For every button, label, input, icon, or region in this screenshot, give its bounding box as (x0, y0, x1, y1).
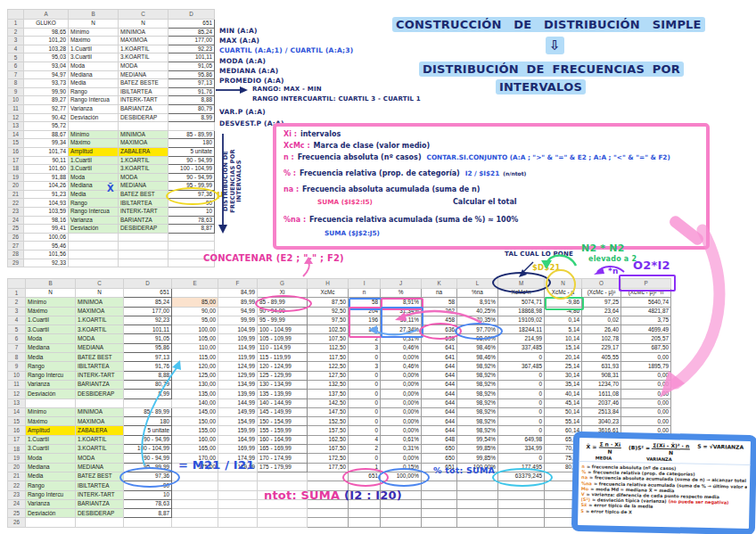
cell-J15[interactable]: 0,00% (381, 417, 422, 426)
cell-H16[interactable]: 157,50 (308, 426, 349, 435)
cell-P6[interactable]: 205,57 (621, 334, 671, 343)
cell-C16[interactable]: ZABALERA (76, 426, 124, 435)
row-header-9[interactable]: 9 (8, 87, 24, 96)
row-header2-23[interactable]: 23 (8, 490, 26, 499)
cell-H21[interactable] (308, 472, 349, 481)
column-header2-M[interactable]: M (498, 279, 545, 289)
cell-E21[interactable] (172, 472, 218, 481)
cell-J5[interactable]: 27,34% (381, 325, 422, 334)
cell-G2[interactable]: 85 - 89,99 (258, 298, 308, 307)
cell-B19[interactable]: Moda (26, 454, 76, 463)
cell-E13[interactable]: 140,00 (172, 398, 218, 407)
row-header2-9[interactable]: 9 (8, 362, 26, 371)
row-header-7[interactable]: 7 (8, 70, 24, 79)
row-header-18[interactable]: 18 (8, 165, 24, 174)
cell-L8[interactable]: 98,46% (457, 353, 498, 362)
cell-L10[interactable]: 98,92% (457, 371, 498, 380)
cell-N11[interactable]: 35,14 (545, 380, 582, 389)
cell-I4[interactable]: 196 (349, 316, 381, 325)
cell-K13[interactable]: 644 (422, 398, 457, 407)
row-header2-20[interactable]: 20 (8, 463, 26, 472)
cell-K8[interactable]: 641 (422, 353, 457, 362)
cell-G6[interactable]: 105 - 109,99 (258, 334, 308, 343)
column-header2-O[interactable]: O (582, 279, 621, 289)
cell-D19[interactable]: 90 - 94,99 (168, 173, 215, 182)
cell-H12[interactable]: 137,50 (308, 390, 349, 398)
cell-M20[interactable]: 177,495 (498, 463, 545, 472)
row-header2-8[interactable]: 8 (8, 353, 26, 362)
cell-L23[interactable] (457, 490, 498, 499)
cell-D20[interactable]: 95 - 99,99 (124, 463, 172, 472)
cell-F9[interactable]: 124,99 (218, 362, 258, 371)
cell-E18[interactable]: 165,00 (172, 445, 218, 454)
cell-D5[interactable]: 101,11 (124, 325, 172, 334)
row-header-10[interactable]: 10 (8, 96, 24, 105)
cell-A9[interactable]: 99,90 (24, 87, 69, 96)
cell-D20[interactable]: 95 - 99,99 (168, 182, 215, 191)
sheet2-corner[interactable] (8, 279, 26, 289)
cell-B15[interactable]: Máximo (69, 139, 119, 148)
cell-D15[interactable]: 180 (168, 139, 215, 148)
cell-F23[interactable] (218, 490, 258, 499)
cell-J2[interactable]: 8,91% (381, 298, 422, 307)
cell-F4[interactable]: 99,99 (218, 316, 258, 325)
row-header2-11[interactable]: 11 (8, 380, 26, 389)
cell-L19[interactable]: 99,85% (457, 454, 498, 463)
row-header-2[interactable]: 2 (8, 28, 24, 37)
cell-A15[interactable]: 99,34 (24, 139, 69, 148)
cell-E15[interactable]: 150,00 (172, 417, 218, 426)
cell-J10[interactable]: 0,00% (381, 371, 422, 380)
cell-M12[interactable]: 0 (498, 390, 545, 398)
cell-B24[interactable]: Varianza (69, 216, 119, 225)
cell-A18[interactable]: 101,60 (24, 165, 69, 174)
cell-B6[interactable]: Moda (69, 62, 119, 70)
cell-M9[interactable]: 367,485 (498, 362, 545, 371)
cell-M10[interactable]: 0 (498, 371, 545, 380)
cell-C13[interactable] (76, 398, 124, 407)
cell-D23[interactable]: 10 (124, 490, 172, 499)
cell-C1[interactable]: N (119, 20, 168, 29)
cell-N1[interactable]: XcMc - µ (545, 289, 582, 298)
cell-K3[interactable]: 262 (422, 307, 457, 316)
cell-C22[interactable]: IBILTARTEA (119, 199, 168, 208)
cell-B10[interactable]: Rango Intercua (69, 96, 119, 105)
row-header2-24[interactable]: 24 (8, 499, 26, 508)
cell-D14[interactable]: 85 - 89,99 (168, 130, 215, 139)
cell-A26[interactable]: 100,06 (24, 233, 69, 242)
cell-F17[interactable]: 164,99 (218, 435, 258, 444)
cell-N8[interactable]: 20,14 (545, 353, 582, 362)
row-header2-18[interactable]: 18 (8, 445, 26, 454)
cell-I6[interactable]: 2 (349, 334, 381, 343)
cell-D24[interactable]: 78,63 (124, 499, 172, 508)
cell-I19[interactable]: 0 (349, 454, 381, 463)
cell-F24[interactable] (218, 499, 258, 508)
row-header2-13[interactable]: 13 (8, 398, 26, 407)
cell-E9[interactable]: 120,00 (172, 362, 218, 371)
cell-K6[interactable]: 638 (422, 334, 457, 343)
row-header-14[interactable]: 14 (8, 130, 24, 139)
row-header-26[interactable]: 26 (8, 233, 24, 242)
cell-A14[interactable]: 88,67 (24, 130, 69, 139)
cell-H3[interactable]: 92,50 (308, 307, 349, 316)
cell-B17[interactable]: 1.Cuartil (69, 156, 119, 165)
column-header2-E[interactable]: E (172, 279, 218, 289)
cell-B12[interactable]: Desviación (26, 390, 76, 398)
column-header2-J[interactable]: J (381, 279, 422, 289)
cell-C2[interactable]: MINIMOA (76, 298, 124, 307)
cell-J19[interactable]: 0,00% (381, 454, 422, 463)
cell-B8[interactable]: Media (26, 353, 76, 362)
cell-B14[interactable]: Mínimo (26, 407, 76, 416)
cell-C10[interactable]: INTERK-TART (119, 96, 168, 105)
cell-F12[interactable]: 139,99 (218, 390, 258, 398)
cell-E1[interactable] (172, 289, 218, 298)
cell-C10[interactable]: INTERK-TART (76, 371, 124, 380)
cell-B3[interactable]: Máximo (26, 307, 76, 316)
cell-O13[interactable]: 2037,46 (582, 398, 621, 407)
cell-C16[interactable]: ZABALERA (119, 147, 168, 156)
cell-H18[interactable]: 167,50 (308, 445, 349, 454)
row-header2-4[interactable]: 4 (8, 316, 26, 325)
cell-D7[interactable]: 95,86 (168, 70, 215, 79)
cell-B5[interactable]: 3.Cuartil (69, 53, 119, 62)
cell-A1[interactable]: GLUKO (24, 20, 69, 29)
cell-G16[interactable]: 155 - 159,99 (258, 426, 308, 435)
